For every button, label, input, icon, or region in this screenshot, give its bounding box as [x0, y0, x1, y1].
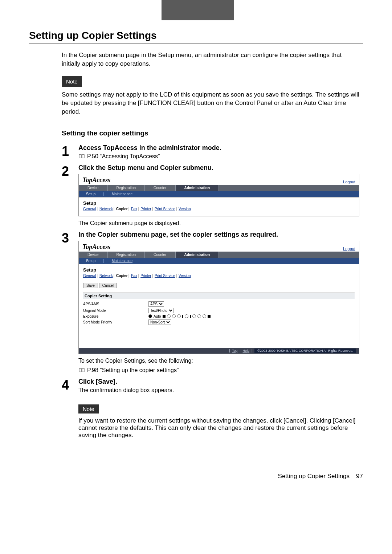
radio-level[interactable]: [172, 314, 176, 318]
book-icon: [78, 154, 85, 159]
tab-administration[interactable]: Administration: [176, 252, 219, 258]
book-icon: [78, 368, 85, 373]
setup-tab-fax[interactable]: Fax: [131, 274, 137, 278]
step-number: 4: [62, 378, 78, 442]
select-original-mode[interactable]: Text/Photo: [148, 308, 174, 313]
cancel-button[interactable]: Cancel: [99, 283, 117, 288]
select-aps[interactable]: APS: [148, 301, 164, 307]
step-4: 4 Click [Save]. The confirmation dialog …: [62, 378, 359, 442]
subsection-rule: [62, 139, 363, 139]
scale-end-icon: [208, 315, 211, 318]
radio-level[interactable]: [177, 314, 181, 318]
sub-tab-bar: Setup | Maintenance: [79, 258, 359, 264]
main-tab-bar: Device Registration Counter Administrati…: [79, 185, 359, 191]
setup-tab-printservice[interactable]: Print Service: [155, 274, 175, 278]
save-button[interactable]: Save: [83, 283, 98, 288]
tab-counter[interactable]: Counter: [145, 185, 176, 191]
label-exposure: Exposure: [83, 314, 148, 318]
tab-device[interactable]: Device: [79, 185, 108, 191]
ref-text: P.98 “Setting up the copier settings”: [87, 367, 179, 373]
setup-section-title: Setup: [83, 267, 355, 273]
note-label: Note: [62, 76, 82, 87]
step-reference: P.50 “Accessing TopAccess”: [78, 153, 359, 160]
footer-help-link[interactable]: Help: [243, 349, 250, 353]
topaccess-screenshot-2: TopAccess Logout Device Registration Cou…: [78, 241, 359, 354]
select-sort-mode[interactable]: Non-Sort: [148, 319, 171, 325]
radio-level[interactable]: [203, 314, 206, 318]
setup-tab-printer[interactable]: Printer: [140, 207, 151, 211]
sub-tab-bar: Setup | Maintenance: [79, 191, 359, 197]
setup-tab-printservice[interactable]: Print Service: [155, 207, 175, 211]
subsection-heading: Setting the copier settings: [62, 129, 363, 137]
topaccess-footer: | Top | Help | ©2003-2009 TOSHIBA TEC CO…: [79, 348, 359, 354]
tab-registration[interactable]: Registration: [108, 185, 145, 191]
setup-tab-version[interactable]: Version: [179, 274, 191, 278]
logout-link[interactable]: Logout: [343, 180, 355, 184]
logout-link[interactable]: Logout: [343, 247, 355, 251]
scale-end-icon: [163, 315, 166, 318]
radio-level[interactable]: [185, 314, 188, 318]
scale-mid-left-icon: [182, 315, 183, 318]
step-after-text: The confirmation dialog box appears.: [78, 387, 359, 394]
copier-setting-panel-title: Copier Setting: [83, 293, 355, 299]
setup-tab-row: General| Network| Copier| Fax| Printer| …: [83, 274, 355, 278]
page-title: Setting up Copier Settings: [29, 30, 363, 41]
ref-text: P.50 “Accessing TopAccess”: [87, 153, 160, 159]
main-tab-bar: Device Registration Counter Administrati…: [79, 252, 359, 258]
setup-tab-network[interactable]: Network: [99, 274, 113, 278]
intro-paragraph: In the Copier submenu page in the Setup …: [62, 51, 359, 68]
step-2: 2 Click the Setup menu and Copier submen…: [62, 164, 359, 229]
subtab-maintenance[interactable]: Maintenance: [105, 191, 140, 197]
footer-top-link[interactable]: Top: [232, 349, 238, 353]
setup-tab-copier[interactable]: Copier: [116, 274, 128, 278]
note-block: Note Some settings may not apply to the …: [62, 68, 359, 116]
note-label: Note: [78, 404, 99, 414]
setting-exposure: Exposure Auto: [83, 314, 355, 318]
tab-administration[interactable]: Administration: [176, 185, 219, 191]
step-title: In the Copier submenu page, set the copi…: [78, 231, 359, 239]
step-1: 1 Access TopAccess in the administrator …: [62, 144, 359, 163]
step-number: 1: [62, 144, 78, 163]
radio-level[interactable]: [197, 314, 201, 318]
exposure-radio-group[interactable]: Auto: [148, 314, 211, 318]
page-body: Setting up Copier Settings In the Copier…: [0, 20, 392, 454]
header-tab-marker: [162, 0, 234, 20]
subtab-maintenance[interactable]: Maintenance: [105, 258, 140, 264]
step-after-text: To set the Copier Settings, see the foll…: [78, 358, 359, 364]
step-after-text: The Copier submenu page is displayed.: [78, 220, 359, 227]
label-sort-mode: Sort Mode Priority: [83, 320, 148, 324]
setup-tab-general[interactable]: General: [83, 207, 96, 211]
radio-level[interactable]: [167, 314, 171, 318]
step-3: 3 In the Copier submenu page, set the co…: [62, 231, 359, 376]
subtab-setup[interactable]: Setup: [79, 191, 103, 197]
radio-level[interactable]: [192, 314, 196, 318]
label-original-mode: Original Mode: [83, 309, 148, 313]
setting-sort-mode: Sort Mode Priority Non-Sort: [83, 319, 355, 325]
tab-registration[interactable]: Registration: [108, 252, 145, 258]
topaccess-logo: TopAccess: [82, 176, 110, 184]
setup-tab-network[interactable]: Network: [99, 207, 113, 211]
topaccess-logo: TopAccess: [82, 243, 110, 251]
tab-counter[interactable]: Counter: [145, 252, 176, 258]
radio-auto[interactable]: [148, 314, 152, 318]
setup-tab-general[interactable]: General: [83, 274, 96, 278]
setup-tab-fax[interactable]: Fax: [131, 207, 137, 211]
setting-original-mode: Original Mode Text/Photo: [83, 308, 355, 313]
step-title: Click [Save].: [78, 378, 359, 386]
footer-page-number: 97: [356, 473, 363, 480]
footer-title: Setting up Copier Settings: [278, 473, 350, 480]
label-aps: APS/AMS: [83, 302, 148, 306]
setup-tab-copier[interactable]: Copier: [116, 207, 128, 211]
copyright-text: ©2003-2009 TOSHIBA TEC CORPORATION All R…: [254, 349, 356, 353]
step-title: Access TopAccess in the administrator mo…: [78, 144, 359, 152]
radio-auto-label: Auto: [154, 314, 161, 318]
step-reference: P.98 “Setting up the copier settings”: [78, 367, 359, 374]
setup-tab-version[interactable]: Version: [179, 207, 191, 211]
setup-tab-printer[interactable]: Printer: [140, 274, 151, 278]
subtab-setup[interactable]: Setup: [79, 258, 103, 264]
tab-device[interactable]: Device: [79, 252, 108, 258]
page-header-ribbon: [0, 0, 392, 20]
page-bottom-rule: [0, 469, 392, 469]
page-footer: Setting up Copier Settings 97: [0, 471, 392, 480]
title-rule: [29, 44, 363, 44]
